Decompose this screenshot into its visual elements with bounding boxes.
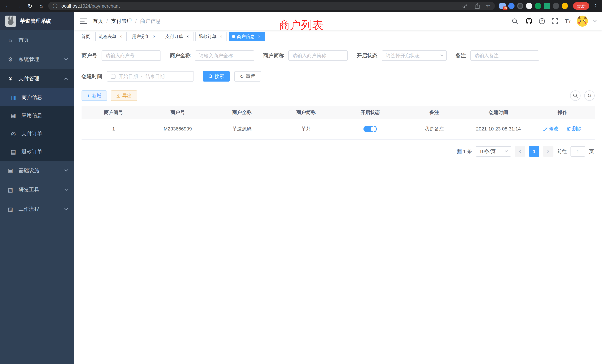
close-icon[interactable]: ×: [218, 34, 224, 39]
breadcrumb-item-current: 商户信息: [140, 18, 161, 25]
active-dot: [232, 35, 235, 38]
font-size-icon[interactable]: TT: [565, 18, 571, 25]
help-icon[interactable]: ?: [539, 18, 545, 24]
extension-icon[interactable]: [544, 3, 550, 9]
breadcrumb-separator: /: [106, 18, 108, 24]
cell-full-name: 芋道源码: [210, 119, 274, 139]
short-name-input[interactable]: [288, 50, 348, 61]
full-name-input[interactable]: [195, 50, 254, 61]
breadcrumb-separator: /: [135, 18, 137, 24]
extension-icon[interactable]: [517, 3, 523, 9]
refresh-table-button[interactable]: ↻: [584, 90, 595, 101]
sidebar-item-pay-order[interactable]: ◎ 支付订单: [0, 125, 74, 143]
tag-label: 退款订单: [199, 33, 216, 40]
sidebar-item-refund-order[interactable]: ▤ 退款订单: [0, 143, 74, 161]
sidebar-item-merchant-info[interactable]: ▥ 商户信息: [0, 88, 74, 106]
browser-menu-icon[interactable]: ⋮: [593, 3, 598, 9]
monitor-icon: ▣: [7, 167, 14, 174]
sidebar-item-payment[interactable]: ¥ 支付管理: [0, 69, 74, 88]
github-icon[interactable]: [525, 17, 533, 25]
merchant-no-input[interactable]: [102, 50, 161, 61]
cell-remark: 我是备注: [402, 119, 466, 139]
chevron-right-icon: [546, 150, 549, 153]
sidebar-item-label: 工作流程: [19, 205, 39, 213]
browser-url-bar[interactable]: ⓘ localhost:1024/pay/merchant ☆: [48, 2, 495, 10]
plus-icon: +: [87, 93, 90, 99]
col-actions: 操作: [530, 106, 595, 119]
add-button[interactable]: + 新增: [82, 90, 107, 101]
sidebar-item-workflow[interactable]: ▨ 工作流程: [0, 199, 74, 219]
remark-input[interactable]: [470, 50, 539, 61]
export-button[interactable]: 导出: [111, 90, 137, 101]
tag-process-form[interactable]: 流程表单×: [95, 32, 127, 41]
date-range-picker[interactable]: 开始日期 - 结束日期: [107, 71, 194, 82]
browser-reload-icon[interactable]: ↻: [26, 2, 34, 10]
toggle-search-button[interactable]: [570, 90, 580, 101]
browser-forward-icon[interactable]: →: [15, 2, 23, 10]
page-size-select[interactable]: 10条/页: [476, 146, 511, 157]
col-merchant-no: 商户号: [146, 106, 210, 119]
fullscreen-icon[interactable]: [551, 17, 559, 25]
top-navbar: 首页 / 支付管理 / 商户信息 商户列表 ? TT: [74, 12, 602, 30]
breadcrumb-item[interactable]: 支付管理: [111, 18, 132, 25]
sidebar-item-app-info[interactable]: ▦ 应用信息: [0, 106, 74, 125]
extension-icon[interactable]: [562, 3, 568, 9]
sidebar-item-label: 首页: [19, 36, 29, 43]
extension-icon[interactable]: [526, 3, 532, 9]
avatar-dropdown-caret-icon[interactable]: [593, 19, 597, 22]
order-circle-icon: ◎: [10, 130, 17, 137]
close-icon[interactable]: ×: [152, 34, 157, 39]
sidebar-item-system[interactable]: ⚙ 系统管理: [0, 50, 74, 69]
tag-user-group[interactable]: 用户分组×: [129, 32, 160, 41]
breadcrumb: 首页 / 支付管理 / 商户信息: [93, 18, 161, 25]
bookmark-star-icon[interactable]: ☆: [486, 3, 490, 9]
browser-update-button[interactable]: 更新: [573, 2, 589, 10]
sidebar-logo[interactable]: 芋道管理系统: [0, 12, 74, 30]
extension-icon[interactable]: [535, 3, 541, 9]
next-page-button[interactable]: [543, 146, 553, 157]
sidebar-item-infrastructure[interactable]: ▣ 基础设施: [0, 161, 74, 180]
delete-link[interactable]: 删除: [567, 126, 582, 132]
prev-page-button[interactable]: [515, 146, 525, 157]
page-number-button[interactable]: 1: [529, 146, 539, 157]
gear-icon: ⚙: [7, 56, 14, 63]
close-icon[interactable]: ×: [118, 34, 123, 39]
sidebar-item-label: 退款订单: [22, 148, 42, 155]
sidebar-item-home[interactable]: ⌂ 首页: [0, 30, 74, 50]
chevron-left-icon: [519, 150, 522, 153]
user-avatar[interactable]: [577, 16, 588, 27]
extension-icon[interactable]: 10: [499, 3, 506, 9]
reset-button[interactable]: ↻ 重置: [234, 71, 261, 82]
search-button[interactable]: 搜索: [203, 71, 230, 82]
status-select[interactable]: [382, 50, 447, 61]
site-info-icon[interactable]: ⓘ: [53, 3, 57, 9]
remark-label: 备注: [456, 52, 466, 59]
search-icon[interactable]: [511, 17, 519, 25]
browser-back-icon[interactable]: ←: [4, 2, 12, 10]
close-icon[interactable]: ×: [185, 34, 190, 39]
sidebar-toggle-icon[interactable]: [80, 19, 87, 24]
status-select-input[interactable]: [382, 50, 447, 61]
breadcrumb-item[interactable]: 首页: [93, 18, 103, 25]
browser-home-icon[interactable]: ⌂: [37, 2, 45, 10]
tag-pay-order[interactable]: 支付订单×: [162, 32, 194, 41]
url-path: :1024/pay/merchant: [79, 3, 120, 9]
close-icon[interactable]: ×: [257, 34, 262, 39]
edit-link[interactable]: 修改: [543, 126, 559, 132]
extension-icon[interactable]: [553, 3, 559, 9]
chevron-down-icon: [505, 149, 508, 152]
tag-home[interactable]: 首页: [78, 32, 93, 41]
status-switch[interactable]: [364, 126, 377, 132]
extension-icon[interactable]: [508, 3, 515, 9]
pencil-icon: [543, 127, 548, 131]
sidebar-item-devtools[interactable]: ▧ 研发工具: [0, 180, 74, 199]
logo-image: [5, 16, 16, 27]
merchant-card-icon: ▥: [10, 94, 17, 101]
tag-label: 支付订单: [165, 33, 183, 40]
password-key-icon[interactable]: [461, 2, 469, 10]
page-size-value: 10条/页: [479, 148, 496, 155]
tag-refund-order[interactable]: 退款订单×: [195, 32, 227, 41]
share-icon[interactable]: [473, 2, 481, 10]
tag-merchant-info[interactable]: 商户信息×: [229, 32, 265, 41]
goto-page-input[interactable]: [570, 146, 585, 157]
